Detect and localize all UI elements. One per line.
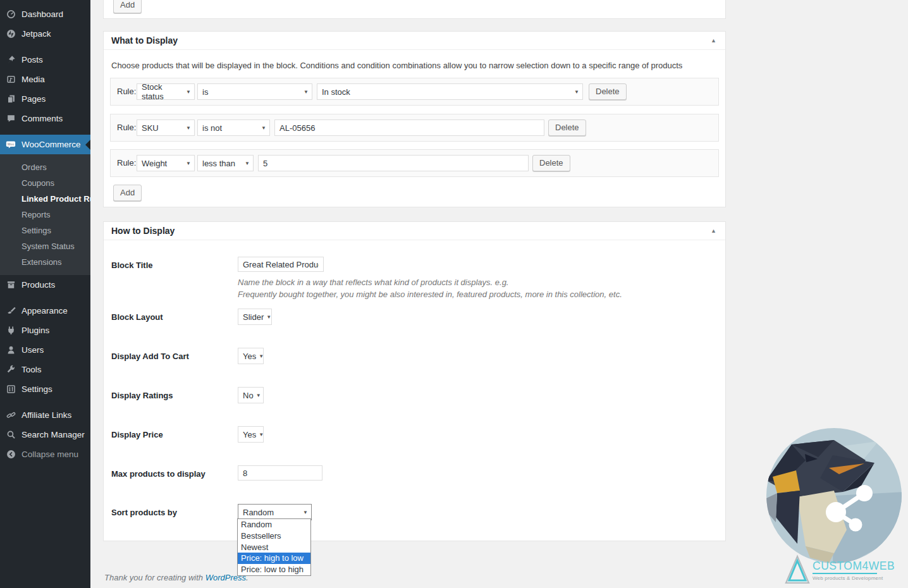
caret-down-icon: ▼ [266,314,271,320]
dropdown-option-price-high-to-low[interactable]: Price: high to low [238,553,310,564]
submenu-item-linked-product-rules[interactable]: Linked Product Rules [0,191,90,207]
display-ratings-label: Display Ratings [111,391,173,400]
sidebar-item-label: Pages [21,94,46,104]
sidebar-item-label: Plugins [21,326,49,335]
top-rules-panel: Add [103,0,726,19]
sidebar-item-label: Tools [21,365,42,374]
rule-operator-select[interactable]: less than ▼ [197,155,254,171]
menu-separator [0,295,90,301]
sidebar-item-woocommerce[interactable]: Woo WooCommerce [0,135,90,154]
rule-value-select[interactable]: In stock ▼ [317,83,583,100]
submenu-item-reports[interactable]: Reports [0,207,90,223]
brand-divider [813,573,877,574]
admin-sidebar: Dashboard Jetpack Posts Media Pages Comm… [0,0,90,588]
rule-operator-select[interactable]: is ▼ [197,83,312,100]
caret-down-icon: ▼ [259,353,264,359]
collapse-up-icon[interactable]: ▲ [711,228,716,234]
caret-down-icon: ▼ [259,432,264,438]
caret-down-icon: ▼ [245,161,250,166]
rule-value-input[interactable] [258,155,529,171]
what-to-display-header[interactable]: What to Display ▲ [104,32,725,50]
block-layout-select[interactable]: Slider ▼ [238,309,272,325]
menu-separator [0,399,90,405]
display-ratings-select[interactable]: No ▼ [238,387,264,403]
rule-label: Rule: [117,78,136,105]
caret-down-icon: ▼ [256,393,261,398]
delete-rule-button[interactable]: Delete [532,155,570,171]
jetpack-icon [6,29,16,39]
dropdown-option-random[interactable]: Random [238,519,310,530]
sidebar-item-media[interactable]: Media [0,70,90,89]
sidebar-item-label: Search Manager [21,430,85,439]
sidebar-item-products[interactable]: Products [0,275,90,295]
display-price-label: Display Price [111,430,163,439]
menu-separator [0,44,90,50]
select-value: Stock status [142,82,183,101]
caret-down-icon: ▼ [186,125,191,131]
sidebar-item-dashboard[interactable]: Dashboard [0,4,90,24]
sort-products-dropdown: Random Bestsellers Newest Price: high to… [237,518,311,576]
select-value: In stock [322,87,350,97]
display-add-to-cart-label: Display Add To Cart [111,352,189,361]
sidebar-item-affiliate-links[interactable]: Affiliate Links [0,405,90,425]
submenu-item-system-status[interactable]: System Status [0,238,90,254]
sidebar-item-pages[interactable]: Pages [0,89,90,109]
sidebar-item-collapse-menu[interactable]: Collapse menu [0,444,90,464]
select-value: Weight [142,159,167,168]
sidebar-item-tools[interactable]: Tools [0,360,90,379]
sidebar-item-posts[interactable]: Posts [0,50,90,70]
how-to-display-panel: How to Display ▲ Block Title Name the bl… [103,221,726,541]
how-to-display-header[interactable]: How to Display ▲ [104,222,725,240]
link-icon [6,410,16,420]
collapse-up-icon[interactable]: ▲ [711,37,716,44]
submenu-item-coupons[interactable]: Coupons [0,175,90,191]
sidebar-item-label: WooCommerce [21,140,81,149]
rule-value-input[interactable] [274,119,544,136]
block-layout-label: Block Layout [111,312,163,322]
custom4web-penguin-logo [758,422,908,569]
submenu-item-extensions[interactable]: Extensions [0,254,90,270]
display-price-select[interactable]: Yes ▼ [238,426,264,443]
sidebar-item-label: Appearance [21,306,68,315]
sidebar-item-search-manager[interactable]: Search Manager [0,425,90,444]
dropdown-option-newest[interactable]: Newest [238,542,310,553]
admin-content: Add What to Display ▲ Choose products th… [90,0,908,588]
hint-line: Name the block in a way that reflects wh… [238,276,622,288]
sidebar-item-label: Collapse menu [21,450,78,459]
rule-row: Rule: Stock status ▼ is ▼ In stock ▼ Del… [110,78,719,106]
sidebar-item-plugins[interactable]: Plugins [0,321,90,340]
rule-field-select[interactable]: Weight ▼ [137,155,195,171]
sidebar-item-comments[interactable]: Comments [0,109,90,128]
sidebar-item-jetpack[interactable]: Jetpack [0,24,90,44]
add-rule-button[interactable]: Add [113,185,142,201]
caret-down-icon: ▼ [303,510,308,515]
submenu-item-orders[interactable]: Orders [0,159,90,175]
caret-down-icon: ▼ [186,89,191,95]
select-value: is not [202,123,222,133]
display-add-to-cart-select[interactable]: Yes ▼ [238,348,264,364]
rule-field-select[interactable]: Stock status ▼ [137,83,195,100]
add-rule-button-top[interactable]: Add [113,0,142,13]
select-value: less than [202,159,235,168]
woocommerce-icon: Woo [6,140,16,150]
rule-field-select[interactable]: SKU ▼ [137,119,195,136]
max-products-input[interactable] [238,465,322,481]
max-products-label: Max products to display [111,469,206,479]
delete-rule-button[interactable]: Delete [548,119,586,136]
rule-label: Rule: [117,150,136,176]
paintbrush-icon [6,306,16,316]
sidebar-item-settings[interactable]: Settings [0,379,90,399]
block-title-input[interactable] [238,257,324,272]
dropdown-option-price-low-to-high[interactable]: Price: low to high [238,564,310,575]
dropdown-option-bestsellers[interactable]: Bestsellers [238,530,310,542]
sidebar-item-users[interactable]: Users [0,340,90,360]
sidebar-item-appearance[interactable]: Appearance [0,301,90,321]
delete-rule-button[interactable]: Delete [589,83,627,100]
select-value: Random [243,508,274,517]
caret-down-icon: ▼ [304,89,309,95]
rule-operator-select[interactable]: is not ▼ [197,119,270,136]
sidebar-item-label: Dashboard [21,9,63,19]
block-title-hint: Name the block in a way that reflects wh… [238,276,622,300]
hint-line: Frequently bought together, you might be… [238,288,622,300]
submenu-item-settings[interactable]: Settings [0,223,90,238]
